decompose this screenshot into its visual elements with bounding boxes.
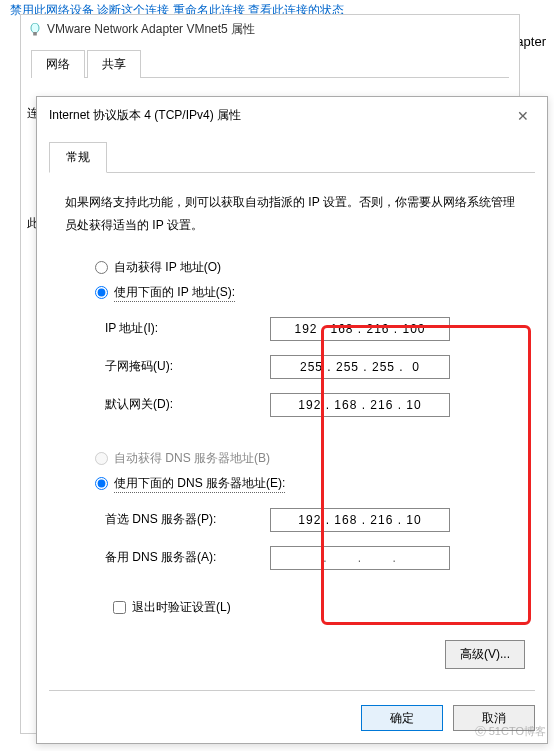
radio-auto-dns: 自动获得 DNS 服务器地址(B) <box>95 450 511 467</box>
preferred-dns-row: 首选 DNS 服务器(P): <box>95 501 511 539</box>
tab-sharing[interactable]: 共享 <box>87 50 141 78</box>
gateway-row: 默认网关(D): <box>95 386 511 424</box>
alternate-dns-row: 备用 DNS 服务器(A): <box>95 539 511 577</box>
ip-address-row: IP 地址(I): <box>95 310 511 348</box>
adapter-icon <box>29 23 41 37</box>
svg-rect-1 <box>33 32 37 36</box>
dialog-title-text: Internet 协议版本 4 (TCP/IPv4) 属性 <box>49 107 241 124</box>
preferred-dns-input[interactable] <box>270 508 450 532</box>
gateway-label: 默认网关(D): <box>105 396 270 413</box>
subnet-mask-row: 子网掩码(U): <box>95 348 511 386</box>
ipv4-properties-dialog: Internet 协议版本 4 (TCP/IPv4) 属性 ✕ 常规 如果网络支… <box>36 96 548 744</box>
alternate-dns-input[interactable] <box>270 546 450 570</box>
svg-point-0 <box>31 23 39 33</box>
dialog-footer: 确定 取消 <box>49 690 535 731</box>
dialog-titlebar: Internet 协议版本 4 (TCP/IPv4) 属性 ✕ <box>37 97 547 134</box>
ip-address-input[interactable] <box>270 317 450 341</box>
radio-manual-dns[interactable]: 使用下面的 DNS 服务器地址(E): <box>95 475 511 493</box>
close-icon[interactable]: ✕ <box>511 108 535 124</box>
dialog-tab-bar: 常规 <box>49 142 535 173</box>
subnet-mask-label: 子网掩码(U): <box>105 358 270 375</box>
radio-auto-ip-label: 自动获得 IP 地址(O) <box>114 259 221 276</box>
validate-on-exit-label: 退出时验证设置(L) <box>132 599 231 616</box>
parent-window-title: VMware Network Adapter VMnet5 属性 <box>21 15 519 44</box>
parent-tab-bar: 网络 共享 <box>31 50 509 78</box>
parent-title-text: VMware Network Adapter VMnet5 属性 <box>47 21 255 38</box>
ok-button[interactable]: 确定 <box>361 705 443 731</box>
validate-on-exit-row[interactable]: 退出时验证设置(L) <box>113 599 511 616</box>
cancel-button[interactable]: 取消 <box>453 705 535 731</box>
gateway-input[interactable] <box>270 393 450 417</box>
ip-address-label: IP 地址(I): <box>105 320 270 337</box>
tab-network[interactable]: 网络 <box>31 50 85 78</box>
radio-auto-ip[interactable]: 自动获得 IP 地址(O) <box>95 259 511 276</box>
alternate-dns-label: 备用 DNS 服务器(A): <box>105 549 270 566</box>
radio-manual-dns-input[interactable] <box>95 477 108 490</box>
radio-auto-ip-input[interactable] <box>95 261 108 274</box>
radio-auto-dns-input <box>95 452 108 465</box>
dialog-description: 如果网络支持此功能，则可以获取自动指派的 IP 设置。否则，你需要从网络系统管理… <box>37 173 547 245</box>
radio-manual-dns-label: 使用下面的 DNS 服务器地址(E): <box>114 475 285 493</box>
preferred-dns-label: 首选 DNS 服务器(P): <box>105 511 270 528</box>
advanced-button[interactable]: 高级(V)... <box>445 640 525 669</box>
radio-manual-ip-input[interactable] <box>95 286 108 299</box>
validate-on-exit-checkbox[interactable] <box>113 601 126 614</box>
tab-general[interactable]: 常规 <box>49 142 107 173</box>
radio-manual-ip[interactable]: 使用下面的 IP 地址(S): <box>95 284 511 302</box>
subnet-mask-input[interactable] <box>270 355 450 379</box>
radio-manual-ip-label: 使用下面的 IP 地址(S): <box>114 284 235 302</box>
form-area: 自动获得 IP 地址(O) 使用下面的 IP 地址(S): IP 地址(I): … <box>37 245 547 616</box>
radio-auto-dns-label: 自动获得 DNS 服务器地址(B) <box>114 450 270 467</box>
